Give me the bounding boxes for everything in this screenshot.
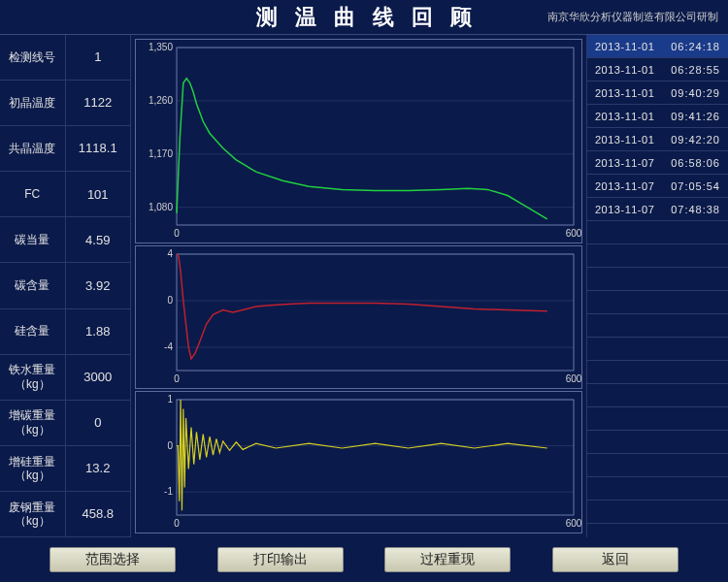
record-time: 07:48:38 xyxy=(671,204,720,215)
param-label: 铁水重量（kg） xyxy=(0,355,66,400)
param-label: 增碳重量（kg） xyxy=(0,401,66,445)
record-row-empty xyxy=(587,501,728,524)
param-row: 碳含量3.92 xyxy=(0,263,131,308)
records-panel: 2013-11-0106:24:182013-11-0106:28:552013… xyxy=(586,35,728,537)
svg-text:1,350: 1,350 xyxy=(149,42,173,52)
page-title: 测温曲线回顾 xyxy=(239,3,489,32)
record-time: 07:05:54 xyxy=(671,180,720,192)
chart-panel: 1,0801,1701,2601,3500600 -4040600 -10106… xyxy=(131,35,586,537)
svg-rect-19 xyxy=(177,254,574,371)
record-date: 2013-11-07 xyxy=(595,204,654,215)
chart-derivative-2: -1010600 xyxy=(135,391,582,534)
record-row-empty xyxy=(587,361,728,384)
record-row-empty xyxy=(587,268,728,291)
record-date: 2013-11-01 xyxy=(595,41,654,52)
record-date: 2013-11-07 xyxy=(595,180,654,192)
record-date: 2013-11-07 xyxy=(595,157,654,169)
param-row: 增硅重量（kg）13.2 xyxy=(0,446,131,492)
record-time: 09:41:26 xyxy=(671,111,720,122)
footer-toolbar: 范围选择 打印输出 过程重现 返回 xyxy=(0,537,728,582)
svg-text:1,170: 1,170 xyxy=(149,148,173,159)
record-time: 06:28:55 xyxy=(671,64,720,76)
param-label: FC xyxy=(0,172,66,216)
record-time: 06:58:06 xyxy=(671,157,720,169)
svg-text:0: 0 xyxy=(167,440,173,451)
svg-text:1: 1 xyxy=(167,394,173,404)
svg-rect-10 xyxy=(177,48,574,225)
record-row[interactable]: 2013-11-0707:48:38 xyxy=(587,198,728,221)
record-row-empty xyxy=(587,221,728,244)
param-label: 废钢重量（kg） xyxy=(0,492,66,536)
record-time: 09:40:29 xyxy=(671,87,720,99)
param-label: 硅含量 xyxy=(0,309,66,354)
back-button[interactable]: 返回 xyxy=(552,547,678,572)
brand-label: 南京华欣分析仪器制造有限公司研制 xyxy=(547,10,718,24)
range-button[interactable]: 范围选择 xyxy=(50,547,176,572)
record-row[interactable]: 2013-11-0109:41:26 xyxy=(587,105,728,128)
param-row: 废钢重量（kg）458.8 xyxy=(0,492,131,537)
svg-text:600: 600 xyxy=(566,518,581,529)
param-value: 13.2 xyxy=(66,446,132,491)
svg-text:0: 0 xyxy=(174,228,180,239)
param-value: 3.92 xyxy=(66,263,132,307)
record-row[interactable]: 2013-11-0706:58:06 xyxy=(587,151,728,175)
param-value: 3000 xyxy=(66,355,132,400)
param-row: 硅含量1.88 xyxy=(0,309,131,355)
record-row[interactable]: 2013-11-0707:05:54 xyxy=(587,175,728,198)
record-time: 06:24:18 xyxy=(671,41,720,52)
header: 测温曲线回顾 南京华欣分析仪器制造有限公司研制 xyxy=(0,0,728,35)
param-value: 101 xyxy=(66,172,132,216)
param-value: 1.88 xyxy=(66,309,132,354)
param-label: 共晶温度 xyxy=(0,126,66,171)
replay-button[interactable]: 过程重现 xyxy=(384,547,511,572)
record-date: 2013-11-01 xyxy=(595,111,654,122)
record-row-empty xyxy=(587,338,728,361)
record-row-empty xyxy=(587,291,728,314)
param-row: 增碳重量（kg）0 xyxy=(0,401,131,446)
record-row[interactable]: 2013-11-0109:40:29 xyxy=(587,81,728,105)
param-value: 0 xyxy=(66,401,132,445)
param-row: 铁水重量（kg）3000 xyxy=(0,355,131,401)
param-label: 增硅重量（kg） xyxy=(0,446,66,491)
param-row: 检测线号1 xyxy=(0,35,131,81)
record-row-empty xyxy=(587,244,728,268)
param-value: 4.59 xyxy=(66,217,132,262)
record-row[interactable]: 2013-11-0106:24:18 xyxy=(587,35,728,58)
parameter-panel: 检测线号1初晶温度1122共晶温度1118.1FC101碳当量4.59碳含量3.… xyxy=(0,35,131,537)
record-row[interactable]: 2013-11-0109:42:20 xyxy=(587,128,728,151)
param-value: 1 xyxy=(66,35,132,80)
record-date: 2013-11-01 xyxy=(595,134,654,146)
param-row: 初晶温度1122 xyxy=(0,81,131,126)
param-label: 碳当量 xyxy=(0,217,66,262)
svg-text:600: 600 xyxy=(566,228,581,239)
main-area: 检测线号1初晶温度1122共晶温度1118.1FC101碳当量4.59碳含量3.… xyxy=(0,35,728,537)
record-row-empty xyxy=(587,384,728,407)
param-label: 碳含量 xyxy=(0,263,66,307)
record-row-empty xyxy=(587,314,728,338)
record-time: 09:42:20 xyxy=(671,134,720,146)
record-row-empty xyxy=(587,407,728,431)
record-row[interactable]: 2013-11-0106:28:55 xyxy=(587,58,728,81)
param-row: 碳当量4.59 xyxy=(0,217,131,263)
record-date: 2013-11-01 xyxy=(595,64,654,76)
svg-text:1,080: 1,080 xyxy=(149,202,173,212)
svg-rect-28 xyxy=(177,400,574,515)
record-date: 2013-11-01 xyxy=(595,87,654,99)
param-row: 共晶温度1118.1 xyxy=(0,126,131,172)
param-value: 1118.1 xyxy=(66,126,132,171)
record-row-empty xyxy=(587,477,728,501)
chart-derivative-1: -4040600 xyxy=(135,245,582,389)
param-value: 458.8 xyxy=(66,492,132,536)
record-row-empty xyxy=(587,431,728,454)
svg-text:4: 4 xyxy=(167,248,173,259)
chart-temperature: 1,0801,1701,2601,3500600 xyxy=(135,39,582,243)
print-button[interactable]: 打印输出 xyxy=(217,547,344,572)
svg-text:0: 0 xyxy=(174,373,180,384)
param-label: 初晶温度 xyxy=(0,81,66,125)
param-row: FC101 xyxy=(0,172,131,217)
svg-text:0: 0 xyxy=(167,295,173,306)
record-row-empty xyxy=(587,454,728,477)
svg-text:0: 0 xyxy=(174,518,180,529)
param-label: 检测线号 xyxy=(0,35,66,80)
param-value: 1122 xyxy=(66,81,132,125)
